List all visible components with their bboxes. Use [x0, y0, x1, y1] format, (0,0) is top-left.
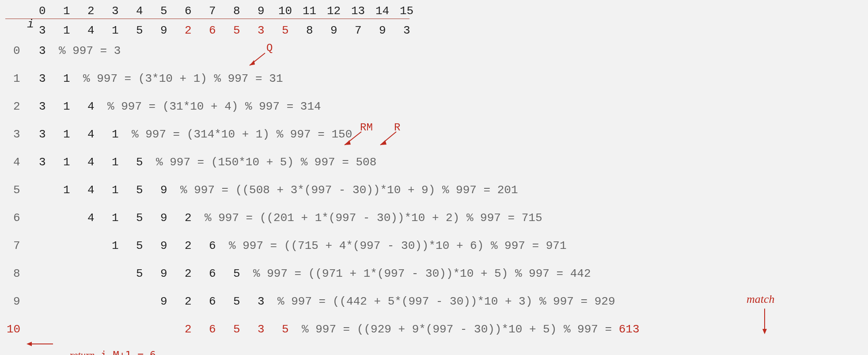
- row-i-1: 1: [13, 72, 20, 85]
- row-6-digit-0: 4: [87, 211, 95, 225]
- text-digit-12: 9: [330, 24, 337, 37]
- label-return: return i-M+1 = 6: [57, 338, 156, 355]
- header-col-12: 12: [327, 4, 341, 18]
- row-5-expr: % 997 = ((508 + 3*(997 - 30))*10 + 9) % …: [180, 183, 518, 197]
- header-col-7: 7: [209, 4, 216, 18]
- header-col-5: 5: [160, 4, 167, 18]
- text-digit-6: 2: [185, 24, 192, 37]
- row-4-digit-2: 4: [87, 156, 95, 169]
- arrow-RM: [341, 131, 368, 149]
- label-match: match: [747, 293, 775, 306]
- row-10-digit-4: 5: [282, 323, 289, 336]
- header-col-15: 15: [400, 4, 413, 18]
- row-i-3: 3: [13, 128, 20, 141]
- row-4-digit-1: 1: [63, 156, 70, 169]
- row-4-digit-0: 3: [39, 156, 46, 169]
- label-Q: Q: [266, 42, 273, 54]
- header-col-11: 11: [303, 4, 316, 18]
- row-5-digit-4: 9: [160, 183, 167, 197]
- row-9-digit-3: 5: [233, 295, 240, 308]
- row-2-digit-0: 3: [39, 100, 46, 113]
- row-9-digit-4: 3: [258, 295, 265, 308]
- row-i-9: 9: [13, 295, 20, 308]
- svg-marker-9: [27, 342, 32, 346]
- row-3-digit-0: 3: [39, 128, 46, 141]
- text-digit-14: 9: [379, 24, 386, 37]
- row-3-digit-3: 1: [112, 128, 119, 141]
- row-10-digit-1: 6: [209, 323, 216, 336]
- row-3-expr: % 997 = (314*10 + 1) % 997 = 150: [132, 128, 352, 141]
- arrow-Q: [245, 52, 267, 70]
- row-6-digit-4: 2: [185, 211, 192, 225]
- text-digit-7: 6: [209, 24, 216, 37]
- text-digit-15: 3: [403, 24, 410, 37]
- row-1-expr: % 997 = (3*10 + 1) % 997 = 31: [83, 72, 283, 85]
- arrow-return: [27, 340, 57, 347]
- text-digit-5: 9: [160, 24, 167, 37]
- text-digit-9: 3: [258, 24, 265, 37]
- header-col-13: 13: [351, 4, 365, 18]
- row-6-digit-1: 1: [112, 211, 119, 225]
- row-i-7: 7: [13, 239, 20, 252]
- row-6-digit-2: 5: [136, 211, 143, 225]
- row-i-2: 2: [13, 100, 20, 113]
- row-6-digit-3: 9: [160, 211, 167, 225]
- row-0-digit-0: 3: [39, 44, 46, 57]
- svg-marker-1: [250, 60, 255, 65]
- row-2-digit-2: 4: [87, 100, 95, 113]
- row-10-digit-3: 3: [258, 323, 265, 336]
- row-7-digit-0: 1: [112, 239, 119, 252]
- row-8-expr: % 997 = ((971 + 1*(997 - 30))*10 + 5) % …: [253, 267, 591, 280]
- text-digit-8: 5: [233, 24, 240, 37]
- text-digit-1: 1: [63, 24, 70, 37]
- row-0-expr: % 997 = 3: [59, 44, 121, 57]
- row-6-expr: % 997 = ((201 + 1*(997 - 30))*10 + 2) % …: [205, 211, 542, 225]
- row-9-digit-1: 2: [185, 295, 192, 308]
- header-col-14: 14: [375, 4, 389, 18]
- arrow-match: [761, 309, 770, 337]
- text-digit-4: 5: [136, 24, 143, 37]
- text-digit-11: 8: [306, 24, 313, 37]
- row-7-digit-2: 9: [160, 239, 167, 252]
- row-8-digit-0: 5: [136, 267, 143, 280]
- row-2-expr: % 997 = (31*10 + 4) % 997 = 314: [107, 100, 321, 113]
- row-9-digit-0: 9: [160, 295, 167, 308]
- header-col-2: 2: [87, 4, 95, 18]
- row-7-expr: % 997 = ((715 + 4*(997 - 30))*10 + 6) % …: [229, 239, 567, 252]
- text-digit-2: 4: [87, 24, 95, 37]
- row-10-digit-2: 5: [233, 323, 240, 336]
- row-1-digit-0: 3: [39, 72, 46, 85]
- row-i-8: 8: [13, 267, 20, 280]
- header-col-0: 0: [39, 4, 46, 18]
- row-4-digit-4: 5: [136, 156, 143, 169]
- row-i-5: 5: [13, 183, 20, 197]
- header-col-3: 3: [112, 4, 119, 18]
- header-underline: [5, 19, 409, 19]
- header-col-6: 6: [185, 4, 192, 18]
- row-8-digit-2: 2: [185, 267, 192, 280]
- row-5-digit-1: 4: [87, 183, 95, 197]
- row-10-digit-0: 2: [185, 323, 192, 336]
- row-9-expr: % 997 = ((442 + 5*(997 - 30))*10 + 3) % …: [277, 295, 615, 308]
- row-i-6: 6: [13, 211, 20, 225]
- row-i-10: 10: [7, 323, 20, 336]
- row-3-digit-1: 1: [63, 128, 70, 141]
- text-digit-10: 5: [282, 24, 289, 37]
- row-8-digit-4: 5: [233, 267, 240, 280]
- header-col-8: 8: [233, 4, 240, 18]
- arrow-R: [378, 131, 404, 149]
- row-5-digit-0: 1: [63, 183, 70, 197]
- row-5-digit-3: 5: [136, 183, 143, 197]
- row-i-0: 0: [13, 44, 20, 57]
- header-col-1: 1: [63, 4, 70, 18]
- row-9-digit-2: 6: [209, 295, 216, 308]
- text-digit-0: 3: [39, 24, 46, 37]
- header-col-9: 9: [258, 4, 265, 18]
- row-8-digit-1: 9: [160, 267, 167, 280]
- row-7-digit-3: 2: [185, 239, 192, 252]
- svg-marker-7: [762, 329, 767, 334]
- row-1-digit-1: 1: [63, 72, 70, 85]
- row-8-digit-3: 6: [209, 267, 216, 280]
- row-2-digit-1: 1: [63, 100, 70, 113]
- row-7-digit-4: 6: [209, 239, 216, 252]
